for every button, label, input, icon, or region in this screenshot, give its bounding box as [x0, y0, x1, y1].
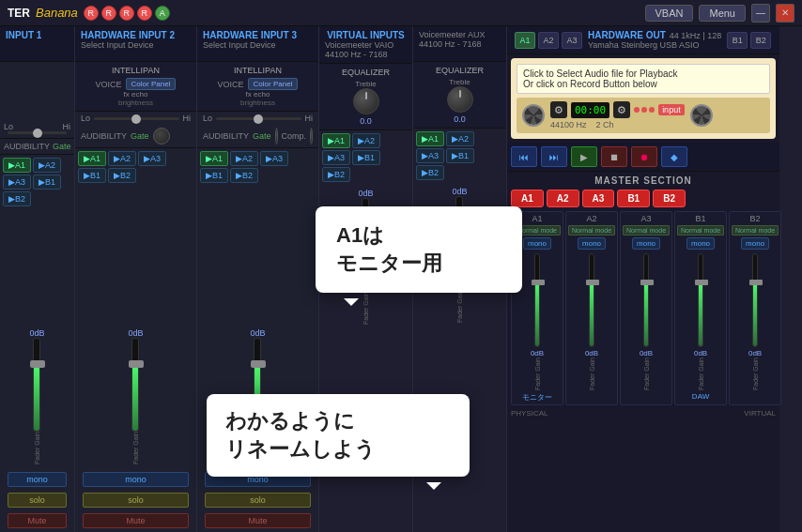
master-a2-fader[interactable]: [589, 253, 594, 347]
abx-b1-btn[interactable]: B1: [727, 32, 748, 49]
master-a1-fader[interactable]: [534, 253, 540, 347]
master-b2-thumb[interactable]: [749, 280, 763, 285]
master-a3-mode[interactable]: Normal mode: [623, 225, 670, 236]
abx-b2-btn[interactable]: B2: [750, 32, 771, 49]
radio-r3[interactable]: R: [119, 6, 134, 21]
transport-play-btn[interactable]: ▶: [571, 146, 597, 167]
route-a1-ch3[interactable]: ▶A1: [200, 151, 228, 166]
master-a1-highlight[interactable]: A1: [511, 190, 544, 207]
master-a3-fader[interactable]: [643, 253, 649, 347]
route-a1-ch2[interactable]: ▶A1: [78, 151, 106, 166]
route-b1-ch3[interactable]: ▶B1: [200, 168, 228, 183]
route-a3-ch2[interactable]: ▶A3: [138, 151, 166, 166]
pan-track-2[interactable]: [94, 117, 178, 120]
route-a1-v1[interactable]: ▶A1: [322, 133, 350, 148]
route-a3-v2[interactable]: ▶A3: [416, 148, 444, 163]
route-b2-ch1[interactable]: ▶B2: [3, 191, 31, 206]
fader-thumb-3[interactable]: [251, 360, 266, 368]
master-b1-fader[interactable]: [698, 253, 703, 347]
radio-r1[interactable]: R: [84, 6, 99, 21]
master-b2-highlight[interactable]: B2: [653, 190, 686, 207]
route-b1-v1[interactable]: ▶B1: [352, 150, 380, 165]
master-a2-highlight[interactable]: A2: [547, 190, 579, 207]
master-b2-mode[interactable]: Normal mode: [732, 225, 779, 236]
route-a3-ch3[interactable]: ▶A3: [260, 151, 288, 166]
route-b2-ch3[interactable]: ▶B2: [230, 168, 258, 183]
master-a2-thumb[interactable]: [586, 280, 599, 285]
route-b1-ch2[interactable]: ▶B1: [78, 168, 106, 183]
route-b2-v1[interactable]: ▶B2: [322, 167, 350, 182]
solo-btn-3[interactable]: solo: [205, 493, 311, 508]
small-knob-3b[interactable]: [310, 128, 313, 144]
transport-fastforward-btn[interactable]: ⏭: [541, 146, 567, 167]
route-a3-v1[interactable]: ▶A3: [322, 150, 350, 165]
comp-label-3: Comp.: [282, 131, 307, 141]
route-b2-v2[interactable]: ▶B2: [416, 165, 444, 180]
vban-button[interactable]: VBAN: [645, 5, 694, 22]
radio-r2[interactable]: R: [101, 6, 116, 21]
route-a2-v1[interactable]: ▶A2: [352, 133, 380, 148]
transport-extra-btn[interactable]: ◆: [661, 146, 687, 167]
solo-btn-1[interactable]: solo: [8, 493, 67, 508]
pan-thumb-1[interactable]: [33, 129, 42, 138]
minimize-button[interactable]: —: [751, 4, 770, 23]
route-a1-v2[interactable]: ▶A1: [416, 131, 444, 146]
solo-btn-2[interactable]: solo: [83, 493, 189, 508]
fader-thumb-1[interactable]: [30, 360, 45, 368]
master-a3-thumb[interactable]: [640, 280, 654, 285]
mute-btn-3[interactable]: Mute: [205, 513, 311, 528]
mute-btn-1[interactable]: Mute: [8, 513, 67, 528]
fader-track-2[interactable]: [131, 338, 139, 432]
menu-button[interactable]: Menu: [699, 5, 746, 22]
abx-a2-btn[interactable]: A2: [538, 32, 559, 49]
route-a3-ch1[interactable]: ▶A3: [3, 175, 31, 190]
master-b2-fader[interactable]: [752, 253, 758, 347]
close-button[interactable]: ✕: [776, 4, 794, 23]
pan-thumb-3[interactable]: [254, 114, 263, 124]
color-panel-btn-2[interactable]: Color Panel: [126, 78, 177, 90]
small-knob-3a[interactable]: [275, 128, 278, 144]
eq-treble-knob-2[interactable]: [447, 86, 473, 113]
master-b1-mode[interactable]: Normal mode: [677, 225, 724, 236]
master-a3-highlight[interactable]: A3: [582, 190, 615, 207]
route-a2-ch2[interactable]: ▶A2: [108, 151, 136, 166]
radio-a[interactable]: A: [155, 6, 170, 21]
master-a1-label: A1: [532, 214, 543, 223]
route-a2-ch3[interactable]: ▶A2: [230, 151, 258, 166]
pan-thumb-2[interactable]: [131, 114, 141, 124]
transport-stop-btn[interactable]: ⏹: [601, 146, 627, 167]
transport-record-btn[interactable]: ⏺: [631, 146, 657, 167]
route-b1-ch1[interactable]: ▶B1: [33, 175, 61, 190]
route-a2-ch1[interactable]: ▶A2: [33, 158, 61, 173]
mute-btn-2[interactable]: Mute: [83, 513, 189, 528]
master-a3-mono[interactable]: mono: [632, 237, 660, 250]
mono-btn-1[interactable]: mono: [8, 472, 67, 487]
mono-btn-2[interactable]: mono: [83, 472, 189, 487]
route-b2-ch2[interactable]: ▶B2: [108, 168, 136, 183]
master-b2-mono[interactable]: mono: [741, 237, 769, 250]
pan-track-1[interactable]: [8, 131, 67, 134]
color-panel-btn-3[interactable]: Color Panel: [248, 78, 299, 90]
small-knob-2[interactable]: [153, 128, 170, 144]
fader-track-1[interactable]: [33, 338, 40, 432]
route-b1-v2[interactable]: ▶B1: [446, 148, 474, 163]
master-a2-mono[interactable]: mono: [578, 237, 606, 250]
master-b1-thumb[interactable]: [695, 280, 708, 285]
route-a2-v2[interactable]: ▶A2: [446, 131, 474, 146]
eq-treble-knob-1[interactable]: [353, 88, 379, 114]
tape-settings2-icon[interactable]: ⚙: [613, 101, 630, 118]
pan-track-3[interactable]: [216, 117, 301, 120]
master-b1-highlight[interactable]: B1: [617, 190, 650, 207]
master-a1-thumb[interactable]: [532, 280, 545, 285]
fader-thumb-2[interactable]: [129, 360, 144, 368]
master-a2-mode[interactable]: Normal mode: [568, 225, 615, 236]
transport-rewind-btn[interactable]: ⏮: [511, 146, 537, 167]
radio-r4[interactable]: R: [137, 6, 152, 21]
master-a1-mono[interactable]: mono: [523, 237, 551, 250]
tape-settings-icon[interactable]: ⚙: [550, 101, 567, 118]
master-b1-mono[interactable]: mono: [686, 237, 715, 250]
abx-a1-btn[interactable]: A1: [515, 32, 535, 49]
abx-a3-btn[interactable]: A3: [562, 32, 582, 49]
pan-lo-3: Lo: [203, 114, 212, 123]
route-a1-ch1[interactable]: ▶A1: [3, 158, 31, 173]
